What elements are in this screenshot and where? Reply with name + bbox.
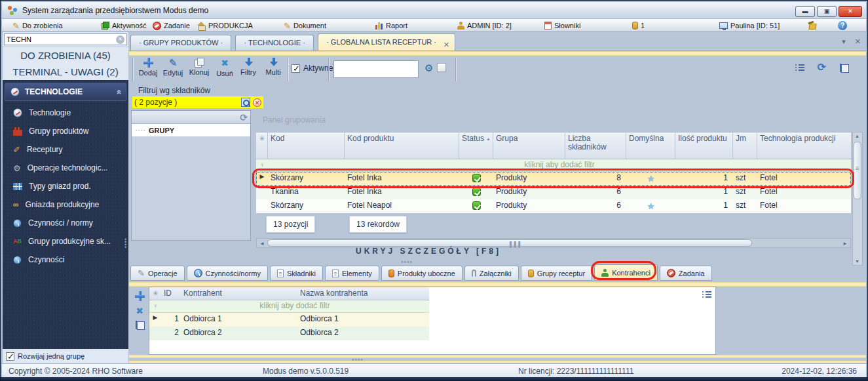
refresh-icon[interactable]: ⟳ — [818, 62, 826, 73]
detail-tab-zadania[interactable]: Zadania — [660, 266, 712, 281]
tab-grupy-produktow[interactable]: · GRUPY PRODUKTÓW · — [130, 35, 231, 50]
sidebar-item-grupy-produkcyjne[interactable]: ABGrupy produkcyjne sk... — [3, 232, 128, 251]
help-icon[interactable] — [838, 21, 847, 30]
scroll-down-icon[interactable]: ▼ — [855, 259, 859, 264]
list-view-icon[interactable] — [795, 64, 804, 71]
chevron-up-icon[interactable]: » — [113, 89, 123, 94]
expand-one-group-checkbox[interactable] — [6, 352, 14, 361]
search-icon[interactable] — [241, 98, 250, 107]
table-row[interactable]: Skórzany Fotel Neapol Produkty 6 ★ 1 szt… — [256, 199, 851, 213]
detail-tab-produkty-uboczne[interactable]: Produkty uboczne — [381, 266, 462, 281]
search-option-checkbox[interactable] — [437, 63, 446, 72]
detail-tab-zalaczniki[interactable]: Załączniki — [464, 266, 519, 281]
tabstrip-close-icon[interactable]: ✕ — [855, 37, 861, 46]
detail-tab-kontrahenci[interactable]: Kontrahenci — [594, 264, 658, 281]
tab-list-dropdown-icon[interactable]: ▾ — [842, 37, 846, 46]
column-header-liczba-skladnikow[interactable]: Liczba składników — [565, 132, 626, 159]
column-header-kod[interactable]: Kod — [268, 132, 345, 159]
close-button[interactable]: ✕ — [839, 6, 862, 17]
delete-button[interactable]: ✖Usuń — [212, 57, 237, 77]
grid-filter-row[interactable]: ♀ kliknij aby dodać filtr — [256, 159, 851, 172]
sidebar-item-technologie[interactable]: Technologie — [3, 104, 128, 122]
tab-technologie[interactable]: · TECHNOLOGIE · — [235, 35, 313, 50]
select-mode-icon[interactable] — [839, 64, 849, 72]
menu-item-paulina[interactable]: Paulina [ID: 51] — [719, 20, 780, 31]
scrollbar-thumb[interactable] — [854, 142, 861, 199]
column-header-technologia[interactable]: Technologia produkcji — [757, 132, 851, 159]
active-checkbox[interactable] — [292, 64, 300, 73]
sidebar-item-typy-gniazd[interactable]: Typy gniazd prod. — [3, 177, 128, 195]
column-header-jm[interactable]: Jm — [733, 132, 757, 159]
sidebar-section-technologie[interactable]: TECHNOLOGIE » — [5, 83, 126, 101]
column-header-grupa[interactable]: Grupa — [493, 132, 565, 159]
table-row[interactable]: ▶ 1 Odbiorca 1 Odbiorca 1 — [149, 313, 429, 327]
paint-icon[interactable] — [808, 24, 816, 30]
column-header-id[interactable]: ID — [161, 287, 181, 300]
sidebar-item-czynnosci[interactable]: Czynności — [3, 251, 128, 269]
active-filter-option[interactable]: Aktywne — [292, 64, 333, 73]
sidebar-item-gniazda-produkcyjne[interactable]: ∞Gniazda produkcyjne — [3, 195, 128, 214]
gear-icon[interactable]: ⚙ — [425, 63, 433, 73]
add-button[interactable]: Dodaj — [136, 57, 160, 77]
menu-item-produkcja[interactable]: PRODUKCJA — [197, 20, 253, 31]
detail-tab-elementy[interactable]: Elementy — [325, 266, 379, 281]
clone-button[interactable]: Klonuj — [187, 57, 212, 76]
column-header-status[interactable]: Status▲ — [459, 132, 493, 159]
scroll-left-icon[interactable]: ◄ — [259, 241, 265, 247]
menu-item-dokument[interactable]: ✎Dokument — [284, 20, 326, 31]
sidebar-search-input[interactable] — [4, 33, 127, 45]
column-header-kontrahent[interactable]: Kontrahent — [181, 287, 297, 300]
sidebar-item-do-zrobienia[interactable]: DO ZROBIENIA (45) — [3, 47, 128, 64]
menu-item-do-zrobienia[interactable]: ✎Do zrobienia — [12, 20, 63, 31]
groups-tree-root[interactable]: ···· GRUPY — [132, 124, 250, 136]
column-header-kod-produktu[interactable]: Kod produktu — [345, 132, 459, 159]
column-header-domyslna[interactable]: Domyślna — [626, 132, 675, 159]
groups-grid-splitter[interactable]: •••• — [252, 173, 255, 190]
sidebar-splitter[interactable]: •••• — [124, 238, 128, 255]
scroll-up-icon[interactable]: ▲ — [855, 134, 859, 138]
sidebar-item-operacje-technologiczne[interactable]: ⚙Operacje technologic... — [3, 159, 128, 177]
refresh-icon[interactable]: ⟳ — [240, 112, 248, 123]
expand-one-group-option[interactable]: Rozwijaj jedną grupę — [3, 349, 128, 363]
filters-button[interactable]: Filtry — [236, 57, 261, 76]
sidebar-item-grupy-produktow[interactable]: Grupy produktów — [3, 122, 128, 140]
edit-button[interactable]: ✎Edytuj — [160, 57, 185, 77]
menu-item-raport[interactable]: Raport — [375, 20, 407, 31]
column-header-nazwa[interactable]: Nazwa kontrahenta — [297, 287, 428, 300]
tab-close-icon[interactable]: ✕ — [443, 37, 449, 52]
table-row[interactable]: Tkanina Fotel Inka Produkty 6 1 szt Fote… — [256, 186, 851, 199]
menu-item-zadanie[interactable]: Zadanie — [153, 20, 190, 31]
clear-filter-icon[interactable] — [253, 98, 261, 107]
clear-search-icon[interactable] — [116, 35, 124, 44]
menu-item-admin[interactable]: ADMIN [ID: 2] — [457, 20, 512, 31]
toolbar: Dodaj ✎Edytuj Klonuj ✖Usuń Filtry Multi … — [129, 56, 866, 85]
minimize-button[interactable]: ▬ — [795, 6, 815, 17]
hide-details-button[interactable]: UKRYJ SZCZEGÓŁY [F8] — [129, 247, 728, 256]
maximize-button[interactable]: ▣ — [817, 6, 837, 17]
column-header-ilosc-produktu[interactable]: Ilość produktu — [675, 132, 733, 159]
detail-tab-operacje[interactable]: ✎Operacje — [130, 266, 185, 281]
add-row-icon[interactable] — [135, 291, 145, 301]
multi-button[interactable]: Multi — [261, 57, 286, 76]
sidebar-item-terminal-uwagi[interactable]: TERMINAL - UWAGI (2) — [3, 64, 128, 80]
table-row[interactable]: 2 Odbiorca 2 Odbiorca 2 — [149, 327, 429, 340]
scrollbar-thumb[interactable]: ▌▌▌ — [267, 239, 752, 247]
group-by-panel[interactable]: Panel grupowania — [256, 110, 851, 132]
detail-tab-czynnosci-normy[interactable]: Czynności/normy — [187, 266, 268, 281]
sidebar-item-receptury[interactable]: ✐Receptury — [3, 140, 128, 159]
tab-globalna-lista-receptur[interactable]: · GLOBALNA LISTA RECEPTUR ·✕ — [318, 33, 455, 50]
detail-tab-grupy-receptur[interactable]: Grupy receptur — [521, 266, 592, 281]
menu-item-aktywnosc[interactable]: Aktywność — [102, 20, 147, 31]
grid-filter-row[interactable]: ♀ kliknij aby dodać filtr — [149, 300, 429, 313]
list-view-icon[interactable] — [702, 291, 711, 298]
scroll-right-icon[interactable]: ► — [842, 241, 848, 247]
menu-item-database-count[interactable]: 1 — [632, 20, 645, 31]
menu-item-slowniki[interactable]: Słowniki — [544, 20, 580, 31]
table-row[interactable]: ▶ Skórzany Fotel Inka Produkty 8 ★ 1 szt… — [256, 172, 851, 186]
delete-row-icon[interactable]: ✖ — [130, 306, 149, 316]
quick-search-input[interactable] — [333, 60, 419, 78]
detail-tab-skladniki[interactable]: Składniki — [270, 266, 323, 281]
select-mode-icon[interactable] — [135, 321, 145, 329]
sidebar-item-czynnosci-normy[interactable]: Czynności / normy — [3, 214, 128, 232]
vertical-scrollbar[interactable]: ▲ ▼ — [852, 132, 863, 266]
